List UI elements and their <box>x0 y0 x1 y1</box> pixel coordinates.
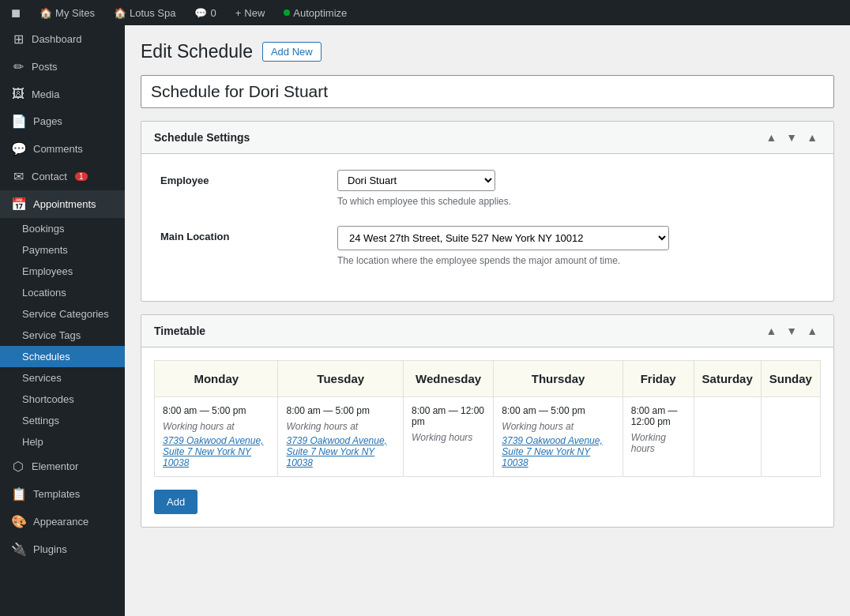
timetable-header: Timetable ▲ ▼ ▲ <box>141 315 833 347</box>
sidebar-item-help[interactable]: Help <box>0 431 125 453</box>
schedule-settings-body: Employee Dori Stuart To which employee t… <box>141 154 833 301</box>
sidebar-item-appointments[interactable]: 📅 Appointments <box>0 190 125 218</box>
lotus-spa-button[interactable]: 🏠 Lotus Spa <box>109 0 181 25</box>
timetable-controls: ▲ ▼ ▲ <box>762 323 821 339</box>
comments-count: 0 <box>210 7 216 19</box>
thursday-time: 8:00 am — 5:00 pm <box>502 405 614 416</box>
autoptimize-button[interactable]: Autoptimize <box>279 0 352 25</box>
cell-thursday[interactable]: 8:00 am — 5:00 pm Working hours at 3739 … <box>494 397 622 477</box>
schedule-settings-section: Schedule Settings ▲ ▼ ▲ Employee Dori St… <box>141 121 834 302</box>
sidebar-item-payments[interactable]: Payments <box>0 239 125 261</box>
sidebar-item-service-tags[interactable]: Service Tags <box>0 325 125 346</box>
sidebar-posts-label: Posts <box>32 61 58 73</box>
sidebar-comments-label: Comments <box>33 143 83 155</box>
sidebar-item-dashboard[interactable]: ⊞ Dashboard <box>0 25 125 53</box>
sidebar-appearance-label: Appearance <box>33 516 88 528</box>
add-button[interactable]: Add <box>154 490 197 514</box>
templates-icon: 📋 <box>11 486 27 501</box>
cell-friday[interactable]: 8:00 am — 12:00 pm Working hours <box>622 397 694 477</box>
cell-monday[interactable]: 8:00 am — 5:00 pm Working hours at 3739 … <box>155 397 278 477</box>
timetable-toggle[interactable]: ▲ <box>803 323 821 339</box>
thursday-location-link[interactable]: 3739 Oakwood Avenue, Suite 7 New York NY… <box>502 435 614 468</box>
comments-icon: 💬 <box>11 141 27 156</box>
sidebar-item-services[interactable]: Services <box>0 367 125 389</box>
collapse-down-button[interactable]: ▼ <box>783 130 800 145</box>
sidebar-services-label: Services <box>22 372 62 384</box>
employee-row: Employee Dori Stuart To which employee t… <box>160 170 814 207</box>
sidebar-item-pages[interactable]: 📄 Pages <box>0 107 125 135</box>
cell-tuesday[interactable]: 8:00 am — 5:00 pm Working hours at 3739 … <box>278 397 403 477</box>
sidebar-item-appearance[interactable]: 🎨 Appearance <box>0 508 125 535</box>
cell-saturday[interactable] <box>694 397 761 477</box>
page-title: Edit Schedule <box>141 41 253 62</box>
collapse-up-button[interactable]: ▲ <box>762 130 780 145</box>
day-saturday: Saturday <box>694 361 761 397</box>
lotus-spa-label: Lotus Spa <box>130 7 176 19</box>
timetable-section: Timetable ▲ ▼ ▲ Monday Tuesday Wednesday… <box>141 314 834 528</box>
wednesday-wh-label: Working hours <box>412 432 485 443</box>
sidebar-service-tags-label: Service Tags <box>22 329 81 341</box>
sidebar-appointments-label: Appointments <box>33 198 96 210</box>
page-header: Edit Schedule Add New <box>141 41 834 62</box>
cell-wednesday[interactable]: 8:00 am — 12:00 pm Working hours <box>403 397 493 477</box>
appointments-icon: 📅 <box>11 197 27 212</box>
schedule-settings-title: Schedule Settings <box>154 131 250 144</box>
sidebar-item-bookings[interactable]: Bookings <box>0 218 125 239</box>
day-tuesday: Tuesday <box>278 361 403 397</box>
sidebar-item-service-categories[interactable]: Service Categories <box>0 303 125 325</box>
new-label: New <box>244 7 265 19</box>
day-thursday: Thursday <box>494 361 622 397</box>
sidebar-item-comments[interactable]: 💬 Comments <box>0 135 125 163</box>
timetable-table: Monday Tuesday Wednesday Thursday Friday… <box>154 360 821 477</box>
sidebar-item-templates[interactable]: 📋 Templates <box>0 480 125 508</box>
top-bar: ■ 🏠 My Sites 🏠 Lotus Spa 💬 0 + New Autop… <box>0 0 850 25</box>
sidebar-item-plugins[interactable]: 🔌 Plugins <box>0 535 125 563</box>
timetable-body: Monday Tuesday Wednesday Thursday Friday… <box>141 347 833 490</box>
sidebar-item-posts[interactable]: ✏ Posts <box>0 53 125 81</box>
new-button[interactable]: + New <box>231 0 270 25</box>
sidebar-item-employees[interactable]: Employees <box>0 261 125 282</box>
sidebar-employees-label: Employees <box>22 265 73 277</box>
sidebar-item-media[interactable]: 🖼 Media <box>0 81 125 107</box>
timetable-title: Timetable <box>154 325 205 337</box>
elementor-icon: ⬡ <box>11 459 25 474</box>
sidebar-item-schedules[interactable]: Schedules <box>0 346 125 367</box>
employee-select[interactable]: Dori Stuart <box>337 170 495 191</box>
sidebar: ⊞ Dashboard ✏ Posts 🖼 Media 📄 Pages 💬 Co… <box>0 25 125 616</box>
sidebar-item-settings[interactable]: Settings <box>0 410 125 431</box>
location-label: Main Location <box>160 226 318 242</box>
location-select[interactable]: 24 West 27th Street, Suite 527 New York … <box>337 226 669 250</box>
contact-icon: ✉ <box>11 169 25 184</box>
autoptimize-label: Autoptimize <box>293 7 347 19</box>
sidebar-item-locations[interactable]: Locations <box>0 282 125 303</box>
wp-logo-button[interactable]: ■ <box>6 0 25 25</box>
sidebar-pages-label: Pages <box>33 115 62 127</box>
sidebar-item-shortcodes[interactable]: Shortcodes <box>0 389 125 410</box>
day-sunday: Sunday <box>761 361 820 397</box>
schedule-settings-header: Schedule Settings ▲ ▼ ▲ <box>141 122 833 154</box>
timetable-collapse-up[interactable]: ▲ <box>762 323 780 339</box>
cell-sunday[interactable] <box>761 397 820 477</box>
home-icon: 🏠 <box>39 7 52 19</box>
section-controls: ▲ ▼ ▲ <box>762 130 821 145</box>
sidebar-help-label: Help <box>22 436 43 448</box>
add-new-button[interactable]: Add New <box>262 42 322 62</box>
sidebar-item-contact[interactable]: ✉ Contact 1 <box>0 163 125 190</box>
timetable-collapse-down[interactable]: ▼ <box>783 323 800 339</box>
sidebar-templates-label: Templates <box>33 488 80 500</box>
comments-button[interactable]: 💬 0 <box>190 0 220 25</box>
wp-icon: ■ <box>11 4 21 22</box>
location-hint: The location where the employee spends t… <box>337 255 814 266</box>
schedule-name-input[interactable] <box>141 75 834 108</box>
monday-location-link[interactable]: 3739 Oakwood Avenue, Suite 7 New York NY… <box>163 435 269 468</box>
my-sites-button[interactable]: 🏠 My Sites <box>35 0 100 25</box>
sidebar-item-elementor[interactable]: ⬡ Elementor <box>0 453 125 480</box>
site-icon: 🏠 <box>114 7 126 19</box>
posts-icon: ✏ <box>11 59 25 74</box>
my-sites-label: My Sites <box>55 7 95 19</box>
sidebar-elementor-label: Elementor <box>32 460 78 472</box>
sidebar-media-label: Media <box>32 88 59 100</box>
collapse-toggle-button[interactable]: ▲ <box>803 130 821 145</box>
tuesday-location-link[interactable]: 3739 Oakwood Avenue, Suite 7 New York NY… <box>286 435 394 468</box>
wednesday-time: 8:00 am — 12:00 pm <box>412 405 485 427</box>
